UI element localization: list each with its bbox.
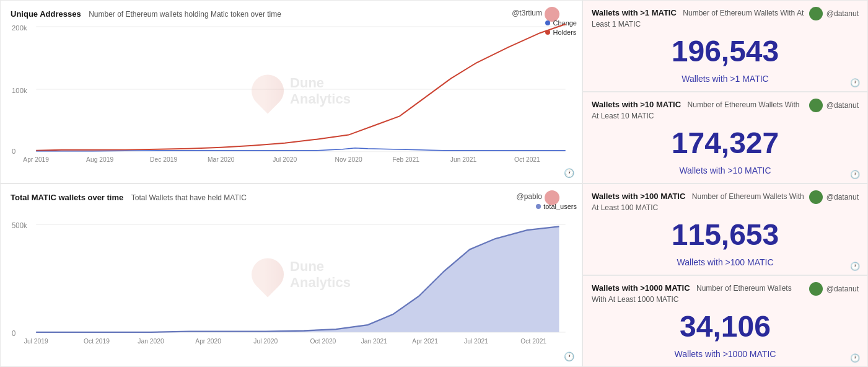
svg-text:Feb 2021: Feb 2021 xyxy=(393,156,420,163)
stat-header-0: Wallets with >1 MATIC Number of Ethereum… xyxy=(592,7,859,29)
stat-label-0: Wallets with >1 MATIC xyxy=(592,74,859,84)
svg-text:Aug 2019: Aug 2019 xyxy=(86,156,113,163)
stat-author-group-0: @datanut xyxy=(805,7,859,20)
stat-title-group-3: Wallets with >1000 MATIC Number of Ether… xyxy=(592,282,805,304)
dune-logo-top xyxy=(245,68,291,114)
svg-text:Jun 2021: Jun 2021 xyxy=(450,156,477,163)
stat-avatar-3 xyxy=(809,282,823,296)
stat-card-0: Wallets with >1 MATIC Number of Ethereum… xyxy=(582,0,868,92)
stat-avatar-2 xyxy=(809,190,823,204)
stat-card-3: Wallets with >1000 MATIC Number of Ether… xyxy=(582,275,868,367)
svg-text:Apr 2019: Apr 2019 xyxy=(23,156,49,163)
svg-text:Jul 2020: Jul 2020 xyxy=(253,337,278,345)
stat-title-group-1: Wallets with >10 MATIC Number of Ethereu… xyxy=(592,99,805,121)
stat-header-3: Wallets with >1000 MATIC Number of Ether… xyxy=(592,282,859,304)
stat-header-1: Wallets with >10 MATIC Number of Ethereu… xyxy=(592,99,859,121)
stat-clock-icon-2: 🕐 xyxy=(850,262,860,271)
stat-avatar-1 xyxy=(809,99,823,112)
svg-text:Jul 2021: Jul 2021 xyxy=(464,337,488,345)
svg-text:500k: 500k xyxy=(12,221,27,230)
svg-text:Mar 2020: Mar 2020 xyxy=(208,156,235,163)
top-chart-card: Unique Addresses Number of Ethereum wall… xyxy=(0,0,582,184)
stat-label-2: Wallets with >100 MATIC xyxy=(592,257,859,267)
svg-text:Dec 2019: Dec 2019 xyxy=(150,156,177,163)
bottom-chart-clock-icon: 🕐 xyxy=(564,352,574,361)
top-chart-subtitle: Number of Ethereum wallets holding Matic… xyxy=(89,10,281,19)
dune-text-top: DuneAnalytics xyxy=(290,75,351,108)
svg-text:Oct 2020: Oct 2020 xyxy=(310,337,336,345)
stat-title-1: Wallets with >10 MATIC xyxy=(592,100,681,109)
stat-clock-icon-0: 🕐 xyxy=(850,78,860,87)
stat-author-group-2: @datanut xyxy=(805,190,859,204)
stat-author-label-2: @datanut xyxy=(826,193,859,201)
stat-avatar-0 xyxy=(809,7,823,20)
stat-title-2: Wallets with >100 MATIC xyxy=(592,192,685,201)
stat-author-label-3: @datanut xyxy=(826,285,859,293)
stat-clock-icon-3: 🕐 xyxy=(850,353,860,363)
svg-text:Apr 2020: Apr 2020 xyxy=(195,337,221,345)
right-panel: Wallets with >1 MATIC Number of Ethereum… xyxy=(582,0,868,367)
stat-value-2: 115,653 xyxy=(592,213,859,257)
svg-text:Jul 2019: Jul 2019 xyxy=(24,337,48,345)
stat-card-2: Wallets with >100 MATIC Number of Ethere… xyxy=(582,184,868,275)
svg-text:0: 0 xyxy=(12,329,16,338)
top-chart-title: Unique Addresses xyxy=(11,9,81,19)
svg-text:Jan 2021: Jan 2021 xyxy=(361,337,387,345)
svg-text:100k: 100k xyxy=(12,87,27,94)
svg-text:Oct 2021: Oct 2021 xyxy=(514,156,540,163)
dune-text-bottom: DuneAnalytics xyxy=(290,259,351,291)
top-chart-author: @t3rtium xyxy=(512,9,542,17)
svg-text:Oct 2019: Oct 2019 xyxy=(84,337,110,345)
stat-value-1: 174,327 xyxy=(592,121,859,166)
stat-value-0: 196,543 xyxy=(592,29,859,74)
stat-clock-icon-1: 🕐 xyxy=(850,170,860,179)
bottom-chart-author: @pablo xyxy=(516,192,542,201)
svg-text:Jan 2020: Jan 2020 xyxy=(138,337,164,345)
bottom-chart-subtitle: Total Wallets that have held MATIC xyxy=(131,193,247,202)
svg-text:Jul 2020: Jul 2020 xyxy=(273,156,297,163)
bottom-chart-title: Total MATIC wallets over time xyxy=(11,193,123,202)
stat-card-1: Wallets with >10 MATIC Number of Ethereu… xyxy=(582,92,868,184)
stat-label-1: Wallets with >10 MATIC xyxy=(592,166,859,175)
stat-title-0: Wallets with >1 MATIC xyxy=(592,8,677,17)
svg-text:0: 0 xyxy=(12,148,15,155)
stat-header-2: Wallets with >100 MATIC Number of Ethere… xyxy=(592,190,859,213)
left-panel: Unique Addresses Number of Ethereum wall… xyxy=(0,0,582,367)
stat-author-label-0: @datanut xyxy=(826,9,859,18)
stat-author-group-3: @datanut xyxy=(805,282,859,296)
stat-author-group-1: @datanut xyxy=(805,99,859,112)
top-chart-clock-icon: 🕐 xyxy=(564,168,574,178)
dune-watermark-bottom: DuneAnalytics xyxy=(252,259,351,291)
stat-title-group-2: Wallets with >100 MATIC Number of Ethere… xyxy=(592,190,805,213)
dune-logo-bottom xyxy=(245,252,291,298)
bottom-chart-area: DuneAnalytics 500k 0 Jul 2019 Oct 2019 J… xyxy=(11,203,572,347)
bottom-chart-card: Total MATIC wallets over time Total Wall… xyxy=(0,184,582,367)
top-chart-area: DuneAnalytics 200k 100k 0 Apr 2019 Aug 2… xyxy=(11,19,572,163)
svg-text:Oct 2021: Oct 2021 xyxy=(520,337,546,345)
svg-text:Nov 2020: Nov 2020 xyxy=(335,156,362,163)
stat-author-label-1: @datanut xyxy=(826,101,859,110)
stat-title-3: Wallets with >1000 MATIC xyxy=(592,283,690,293)
svg-text:200k: 200k xyxy=(12,24,27,32)
stat-title-group-0: Wallets with >1 MATIC Number of Ethereum… xyxy=(592,7,805,29)
stat-label-3: Wallets with >1000 MATIC xyxy=(592,349,859,359)
stat-value-3: 34,106 xyxy=(592,304,859,349)
svg-text:Apr 2021: Apr 2021 xyxy=(412,337,438,345)
dune-watermark-top: DuneAnalytics xyxy=(252,75,351,108)
